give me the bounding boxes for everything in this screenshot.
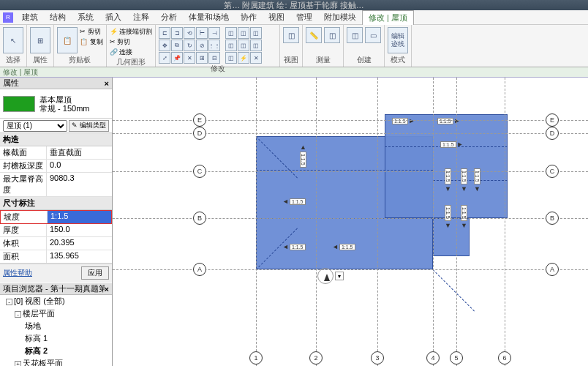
paste-icon[interactable]: 📋 [57,27,78,53]
menu-tab[interactable]: 协作 [235,10,263,25]
move-icon[interactable]: ✥ [159,40,170,51]
edit-type-button[interactable]: ✎ 编辑类型 [69,120,109,132]
menu-tab[interactable]: 插入 [99,10,127,25]
grid-bubble[interactable]: 1 [249,351,263,365]
offset-icon[interactable]: ⊐ [171,27,183,39]
grid-line-v[interactable] [433,78,434,366]
slope-label[interactable]: ◄1:1.5 [282,198,306,205]
menu-tab[interactable]: 注释 [127,10,155,25]
grid-line-h[interactable] [113,120,588,121]
grid-line-h[interactable] [113,269,588,270]
slope-label[interactable]: 1:1.5▼ [461,205,467,229]
menu-tab[interactable]: 修改 | 屋顶 [362,10,414,25]
select-tool-icon[interactable]: ↖ [3,27,23,53]
grid-bubble[interactable]: 2 [309,351,323,365]
grid-bubble[interactable]: D [546,127,559,140]
menu-tab[interactable]: 建筑 [16,10,44,25]
tree-node[interactable]: -[0] 视图 (全部) [0,295,112,307]
app-icon[interactable]: R [3,12,13,23]
grid-bubble[interactable]: A [193,263,206,276]
extend-icon[interactable]: ⊣ [208,27,220,39]
delete-icon[interactable]: ✕ [184,52,195,64]
tree-node[interactable]: -楼层平面 [0,307,112,320]
roof-body-upper[interactable] [385,114,508,218]
dim-icon[interactable]: ◫ [324,27,340,43]
join-cut-button[interactable]: ⚡ 连接端切割 [110,27,153,37]
edit-footprint-icon[interactable]: 编辑 迹线 [388,27,408,53]
slope-label[interactable]: ▲1:1.5 [300,143,306,168]
prop-row[interactable]: 椽截面垂直截面 [0,146,112,160]
mirror-icon[interactable]: ⟲ [184,27,195,39]
grid-line-h[interactable] [113,218,588,219]
grid-line-v[interactable] [377,78,378,366]
tree-node[interactable]: 场地 [0,320,112,332]
apply-button[interactable]: 应用 [81,266,109,280]
expand-icon[interactable]: + [15,361,21,366]
m9-icon[interactable]: ✕ [250,52,262,64]
grid-bubble[interactable]: E [546,113,559,127]
m3-icon[interactable]: ◫ [250,27,262,39]
expand-icon[interactable]: - [6,299,12,305]
create1-icon[interactable]: ◫ [347,27,363,43]
m1-icon[interactable]: ◫ [225,27,237,39]
cut-button[interactable]: ✂ 剪切 [80,27,103,37]
ungroup-icon[interactable]: ⊟ [208,52,220,64]
scale-icon[interactable]: ⤢ [159,52,170,64]
measure-icon[interactable]: 📏 [306,27,322,43]
align-icon[interactable]: ⊏ [159,27,170,39]
copy2-icon[interactable]: ⧉ [171,40,183,51]
copy-button[interactable]: 📋 复制 [80,37,103,47]
compass-icon[interactable] [317,268,333,284]
slope-label[interactable]: ◄1:1.5 [332,243,355,250]
properties-help-link[interactable]: 属性帮助 [3,268,32,278]
array-icon[interactable]: ⋮⋮ [208,40,220,51]
m5-icon[interactable]: ◫ [238,40,249,51]
menu-tab[interactable]: 体量和场地 [183,10,235,25]
menu-tab[interactable]: 附加模块 [318,10,362,25]
tree-node[interactable]: 标高 2 [0,345,112,357]
slope-label[interactable]: ◄1:1.5 [282,243,306,250]
prop-row[interactable]: 封檐板深度0.0 [0,160,112,173]
menu-tab[interactable]: 结构 [44,10,72,25]
rotate-icon[interactable]: ↻ [184,40,195,51]
grid-bubble[interactable]: 4 [426,351,440,365]
expand-icon[interactable]: - [15,311,21,318]
grid-line-v[interactable] [256,78,257,366]
view-compass[interactable]: ▾ [317,268,344,284]
close-icon[interactable]: × [105,285,109,294]
grid-line-h[interactable] [113,133,588,134]
create2-icon[interactable]: ▭ [365,27,381,43]
grid-bubble[interactable]: C [546,165,559,178]
compass-toggle[interactable]: ▾ [335,272,344,280]
grid-bubble[interactable]: 5 [450,351,463,365]
menu-tab[interactable]: 系统 [72,10,99,25]
drawing-canvas[interactable]: ◄1:1.5 ◄1:1.5 ◄1:1.5 ▲1:1.5 1:1.5► 1:1.5… [113,78,588,366]
grid-line-v[interactable] [316,78,317,366]
project-browser[interactable]: -[0] 视图 (全部)-楼层平面场地标高 1标高 2+天花板平面-三维视图{三… [0,295,112,366]
menu-tab[interactable]: 管理 [290,10,318,25]
slope-label[interactable]: 1:1.5► [440,141,464,148]
grid-bubble[interactable]: 3 [371,351,384,365]
grid-bubble[interactable]: C [193,165,206,178]
m6-icon[interactable]: ◫ [250,40,262,51]
grid-bubble[interactable]: B [546,212,559,225]
grid-bubble[interactable]: B [193,212,206,225]
tree-node[interactable]: +天花板平面 [0,357,112,366]
pin-icon[interactable]: 📌 [171,52,183,64]
grid-bubble[interactable]: 6 [498,351,511,365]
trim-icon[interactable]: ⊢ [196,27,208,39]
type-preview[interactable]: 基本屋顶 常规 - 150mm [0,89,112,119]
cut-geom-button[interactable]: ✂ 剪切 [110,37,153,47]
prop-row[interactable]: 面积135.965 [0,250,112,264]
slope-label[interactable]: 1:1.5► [392,117,415,124]
prop-row[interactable]: 厚度150.0 [0,224,112,237]
view-icon[interactable]: ◫ [283,27,299,43]
group-icon[interactable]: ⊞ [196,52,208,64]
properties-icon[interactable]: ⊞ [30,27,50,53]
menu-tab[interactable]: 视图 [263,10,290,25]
menu-tab[interactable]: 分析 [155,10,183,25]
join-button[interactable]: 🔗 连接 [110,48,153,57]
grid-bubble[interactable]: D [193,127,206,140]
grid-bubble[interactable]: A [546,263,559,276]
prop-row[interactable]: 坡度1:1.5 [0,210,112,224]
